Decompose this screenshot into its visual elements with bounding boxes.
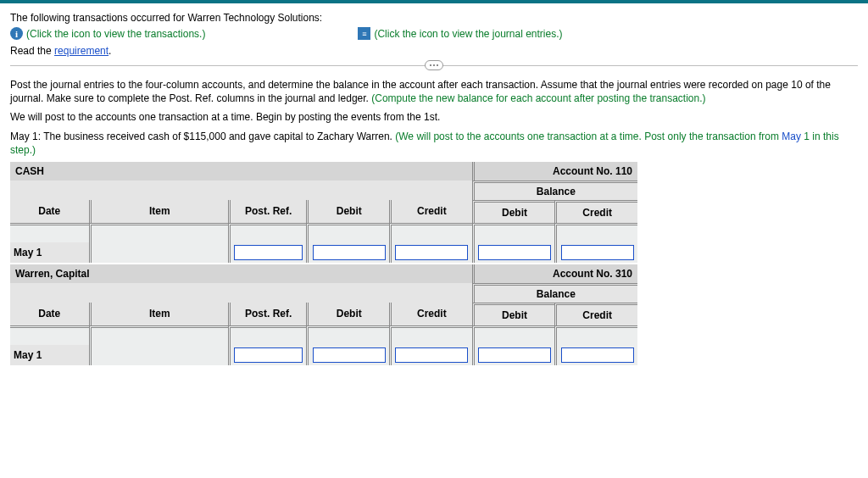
entry-date: May 1 bbox=[10, 242, 89, 263]
col-header-credit: Credit bbox=[389, 200, 472, 223]
entry-date: May 1 bbox=[10, 345, 89, 365]
postref-input[interactable] bbox=[234, 245, 303, 260]
col-header-date: Date bbox=[10, 303, 89, 325]
debit-input[interactable] bbox=[313, 245, 386, 260]
credit-input[interactable] bbox=[395, 347, 468, 363]
col-header-debit: Debit bbox=[472, 303, 555, 325]
expand-icon[interactable] bbox=[425, 60, 443, 70]
info-icon: i bbox=[10, 27, 23, 40]
col-header-item: Item bbox=[89, 303, 228, 325]
credit-input[interactable] bbox=[395, 245, 468, 260]
col-header-credit: Credit bbox=[554, 303, 637, 325]
view-journal-link[interactable]: ≡ (Click the icon to view the journal en… bbox=[358, 27, 562, 40]
requirement-line: Read the requirement. bbox=[10, 45, 858, 57]
view-transactions-link[interactable]: i (Click the icon to view the transactio… bbox=[10, 27, 205, 40]
instruction-2: We will post to the accounts one transac… bbox=[10, 110, 858, 124]
debit-input[interactable] bbox=[313, 347, 386, 363]
bal-debit-input[interactable] bbox=[478, 245, 551, 260]
col-header-postref: Post. Ref. bbox=[228, 303, 307, 325]
col-header-debit: Debit bbox=[306, 200, 389, 223]
bal-debit-input[interactable] bbox=[478, 347, 551, 363]
col-header-item: Item bbox=[89, 200, 228, 223]
col-header-debit: Debit bbox=[472, 200, 555, 223]
bal-credit-input[interactable] bbox=[561, 347, 634, 363]
balance-header: Balance bbox=[472, 283, 637, 303]
view-journal-label: (Click the icon to view the journal entr… bbox=[374, 28, 562, 40]
postref-input[interactable] bbox=[234, 347, 303, 363]
col-header-debit: Debit bbox=[306, 303, 389, 325]
intro-text: The following transactions occurred for … bbox=[10, 12, 858, 24]
instruction-1: Post the journal entries to the four-col… bbox=[10, 78, 858, 105]
account-name: CASH bbox=[10, 162, 472, 181]
col-header-credit: Credit bbox=[554, 200, 637, 223]
journal-icon: ≡ bbox=[358, 27, 370, 40]
requirement-link[interactable]: requirement bbox=[54, 45, 108, 57]
balance-header: Balance bbox=[472, 181, 637, 200]
bal-credit-input[interactable] bbox=[561, 245, 634, 260]
ledger-table: Warren, CapitalAccount No. 310 BalanceDa… bbox=[10, 264, 637, 365]
view-transactions-label: (Click the icon to view the transactions… bbox=[26, 28, 205, 40]
account-name: Warren, Capital bbox=[10, 264, 472, 283]
col-header-credit: Credit bbox=[389, 303, 472, 325]
col-header-date: Date bbox=[10, 200, 89, 223]
ledger-table: CASHAccount No. 110 BalanceDateItemPost.… bbox=[10, 162, 637, 263]
col-header-postref: Post. Ref. bbox=[228, 200, 307, 223]
account-number: Account No. 110 bbox=[472, 162, 637, 181]
account-number: Account No. 310 bbox=[472, 264, 637, 283]
instruction-3: May 1: The business received cash of $11… bbox=[10, 130, 858, 157]
